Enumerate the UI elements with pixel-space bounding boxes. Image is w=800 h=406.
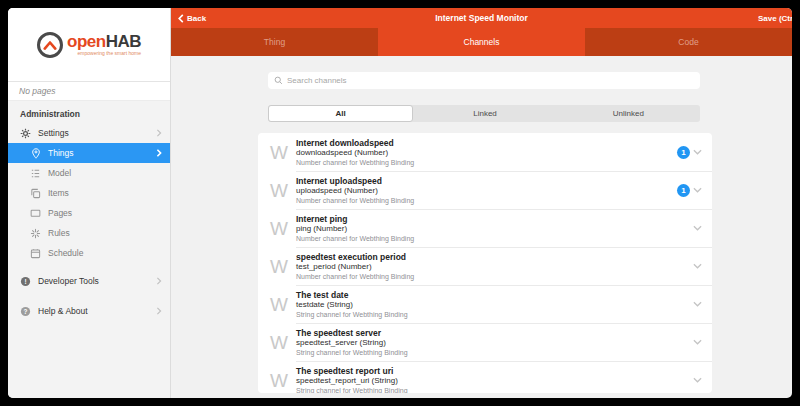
channel-id: testdate (String)	[296, 300, 693, 310]
sidebar-item-label: Settings	[38, 128, 156, 138]
channel-row[interactable]: W The speedtest server speedtest_server …	[258, 323, 712, 361]
logo-tagline: empowering the smart home	[78, 50, 141, 56]
channel-title: The speedtest server	[296, 328, 693, 338]
sidebar-item-developer-tools[interactable]: ! Developer Tools	[8, 271, 170, 291]
openhab-logo: openHAB empowering the smart home	[37, 32, 141, 58]
binding-letter-icon: W	[270, 371, 296, 390]
sidebar-item-label: Schedule	[48, 248, 162, 258]
binding-letter-icon: W	[270, 295, 296, 314]
channel-description: String channel for Webthing Binding	[296, 310, 693, 319]
channel-title: The speedtest report uri	[296, 366, 693, 376]
chevron-down-icon[interactable]	[693, 377, 702, 383]
filter-all-button[interactable]: All	[268, 105, 413, 122]
sidebar: openHAB empowering the smart home No pag…	[8, 8, 171, 398]
logo-panel: openHAB empowering the smart home	[8, 8, 170, 82]
question-circle-icon: ?	[20, 306, 31, 317]
linked-count-badge: 1	[677, 146, 690, 159]
logo-text: openHAB empowering the smart home	[67, 34, 141, 56]
chevron-down-icon[interactable]	[693, 301, 702, 307]
channel-title: Internet uploadspeed	[296, 176, 677, 186]
channel-id: downloadspeed (Number)	[296, 148, 677, 158]
chevron-down-icon[interactable]	[693, 187, 702, 193]
search-bar	[268, 72, 700, 89]
main-panel: Back Internet Speed Monitor Save (Ctrl-S…	[171, 8, 792, 398]
channel-description: Number channel for Webthing Binding	[296, 158, 677, 167]
channel-id: test_period (Number)	[296, 262, 693, 272]
channel-description: Number channel for Webthing Binding	[296, 196, 677, 205]
chevron-right-icon	[156, 149, 162, 157]
sidebar-item-label: Help & About	[38, 306, 156, 316]
channel-id: uploadspeed (Number)	[296, 186, 677, 196]
tab-channels[interactable]: Channels	[378, 28, 585, 56]
binding-letter-icon: W	[270, 257, 296, 276]
gear-icon	[20, 128, 31, 139]
filter-unlinked-button[interactable]: Unlinked	[557, 105, 700, 122]
top-navbar: Back Internet Speed Monitor Save (Ctrl-S…	[171, 8, 792, 28]
binding-letter-icon: W	[270, 219, 296, 238]
calendar-icon	[30, 248, 41, 259]
model-tree-icon	[30, 168, 41, 179]
exclamation-circle-icon: !	[20, 276, 31, 287]
sidebar-item-pages[interactable]: Pages	[8, 203, 170, 223]
channel-title: Internet downloadspeed	[296, 138, 677, 148]
channel-row[interactable]: W Internet uploadspeed uploadspeed (Numb…	[258, 171, 712, 209]
filter-linked-button[interactable]: Linked	[413, 105, 556, 122]
sidebar-item-rules[interactable]: Rules	[8, 223, 170, 243]
app-window: openHAB empowering the smart home No pag…	[8, 8, 792, 398]
chevron-down-icon[interactable]	[693, 263, 702, 269]
sidebar-item-items[interactable]: Items	[8, 183, 170, 203]
svg-text:!: !	[24, 277, 26, 284]
linked-count-badge: 1	[677, 184, 690, 197]
channel-description: String channel for Webthing Binding	[296, 348, 693, 357]
channel-id: ping (Number)	[296, 224, 693, 234]
binding-letter-icon: W	[270, 333, 296, 352]
channel-description: Number channel for Webthing Binding	[296, 272, 693, 281]
channel-row[interactable]: W Internet ping ping (Number) Number cha…	[258, 209, 712, 247]
chevron-right-icon	[156, 129, 162, 137]
channel-description: String channel for Webthing Binding	[296, 386, 693, 394]
sidebar-item-things[interactable]: Things	[8, 143, 170, 163]
binding-letter-icon: W	[270, 181, 296, 200]
copy-squares-icon	[30, 188, 41, 199]
channel-title: The test date	[296, 290, 693, 300]
page-title: Internet Speed Monitor	[171, 8, 792, 28]
svg-text:?: ?	[24, 307, 28, 314]
chevron-right-icon	[156, 277, 162, 285]
sparkle-icon	[30, 228, 41, 239]
channel-row[interactable]: W Internet downloadspeed downloadspeed (…	[258, 133, 712, 171]
sidebar-item-help-about[interactable]: ? Help & About	[8, 301, 170, 321]
monitor-icon	[30, 208, 41, 219]
save-button[interactable]: Save (Ctrl-S)	[758, 8, 792, 28]
search-icon	[274, 76, 283, 85]
binding-letter-icon: W	[270, 143, 296, 162]
channel-description: Number channel for Webthing Binding	[296, 234, 693, 243]
chevron-down-icon[interactable]	[693, 339, 702, 345]
no-pages-label: No pages	[8, 82, 170, 101]
channel-row[interactable]: W speedtest execution period test_period…	[258, 247, 712, 285]
sidebar-item-label: Pages	[48, 208, 162, 218]
sidebar-item-label: Model	[48, 168, 162, 178]
sidebar-item-label: Developer Tools	[38, 276, 156, 286]
administration-section-label: Administration	[8, 101, 170, 123]
sidebar-item-settings[interactable]: Settings	[8, 123, 170, 143]
chevron-down-icon[interactable]	[693, 149, 702, 155]
channel-id: speedtest_server (String)	[296, 338, 693, 348]
chevron-down-icon[interactable]	[693, 225, 702, 231]
channel-id: speedtest_report_uri (String)	[296, 376, 693, 386]
tab-thing[interactable]: Thing	[171, 28, 378, 56]
tab-code[interactable]: Code	[585, 28, 792, 56]
logo-open: open	[67, 32, 106, 51]
sidebar-item-model[interactable]: Model	[8, 163, 170, 183]
sidebar-item-schedule[interactable]: Schedule	[8, 243, 170, 263]
search-input[interactable]	[287, 76, 694, 85]
channel-row[interactable]: W The speedtest report uri speedtest_rep…	[258, 361, 712, 393]
openhab-logo-icon	[37, 32, 63, 58]
sidebar-item-label: Things	[48, 148, 156, 158]
sidebar-item-label: Items	[48, 188, 162, 198]
logo-hab: HAB	[106, 32, 141, 51]
channel-title: speedtest execution period	[296, 252, 693, 262]
filter-segmented-control: All Linked Unlinked	[268, 105, 700, 122]
sidebar-item-label: Rules	[48, 228, 162, 238]
chevron-right-icon	[156, 307, 162, 315]
channel-row[interactable]: W The test date testdate (String) String…	[258, 285, 712, 323]
